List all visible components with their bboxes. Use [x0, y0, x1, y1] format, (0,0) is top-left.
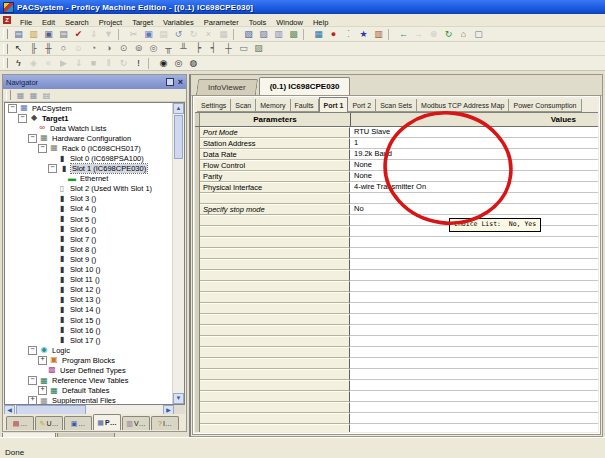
transition-coil-icon[interactable]: ⊚	[131, 42, 146, 55]
doc-tab-infoviewer[interactable]: InfoViewer	[196, 79, 258, 95]
coil-icon[interactable]: ○	[56, 42, 71, 55]
tree-item-slot-13[interactable]: ▮Slot 13 ()	[5, 295, 173, 305]
redo-icon[interactable]: ↻	[186, 28, 201, 41]
properties-icon[interactable]: ▦	[216, 28, 231, 41]
close-icon[interactable]: ×	[178, 78, 183, 87]
param-value-cell[interactable]: 19.2k Baud	[350, 149, 598, 160]
tab-memory[interactable]: Memory	[256, 99, 290, 112]
param-value-cell[interactable]: 1	[350, 138, 598, 149]
expand-toggle-icon[interactable]: −	[28, 346, 37, 355]
options-icon[interactable]: ▩	[286, 28, 301, 41]
tree-item-slot-3[interactable]: ▮Slot 3 ()	[5, 194, 173, 204]
target-comm-icon[interactable]: ▼	[101, 28, 116, 41]
horizontal-link-icon[interactable]: ┝	[191, 42, 206, 55]
run-icon[interactable]: ▶	[56, 57, 71, 70]
param-value-cell[interactable]: None	[350, 171, 598, 182]
new-project-icon[interactable]: ▤	[11, 28, 26, 41]
nav-view-options-icon[interactable]: ▤	[40, 90, 53, 101]
set-coil-icon[interactable]: ◔	[86, 42, 101, 55]
tree-item-slot-14[interactable]: ▮Slot 14 ()	[5, 305, 173, 315]
nav-hardware-filter-icon[interactable]: ▦	[14, 90, 27, 101]
download-icon[interactable]: ⇓	[71, 57, 86, 70]
nav-tab-infoview[interactable]: ?I…	[151, 416, 179, 430]
expand-toggle-icon[interactable]: −	[28, 134, 37, 143]
save-icon[interactable]: ▣	[41, 28, 56, 41]
restart-icon[interactable]: ↻	[116, 57, 131, 70]
tab-settings[interactable]: Settings	[197, 99, 231, 112]
nav-tab-utilities[interactable]: ✎U…	[35, 416, 63, 430]
param-value-cell[interactable]	[350, 325, 598, 336]
param-value-cell[interactable]	[350, 237, 598, 248]
expand-toggle-icon[interactable]: −	[18, 114, 27, 123]
float-window-icon[interactable]: ▥	[271, 28, 286, 41]
tab-port-1[interactable]: Port 1	[319, 97, 349, 112]
nav-tab-manager[interactable]: ▤…	[6, 416, 34, 430]
find-icon[interactable]: ◉	[156, 57, 171, 70]
cut-icon[interactable]: ✂	[126, 28, 141, 41]
find-next-icon[interactable]: ◍	[186, 57, 201, 70]
forward-icon[interactable]: →	[411, 28, 426, 41]
expand-toggle-icon[interactable]: −	[48, 164, 57, 173]
child-window-icon[interactable]: Z	[3, 16, 11, 24]
tab-power-consumption[interactable]: Power Consumption	[509, 99, 581, 112]
param-value-cell[interactable]: 4-wire Transmitter On	[350, 182, 598, 193]
tree-item-target1[interactable]: −◆Target1	[5, 113, 173, 123]
param-value-cell[interactable]	[350, 314, 598, 325]
tree-item-pacsystem[interactable]: −▦PACSystem	[5, 103, 173, 113]
param-value-cell[interactable]	[350, 292, 598, 303]
tree-item-slot-15[interactable]: ▮Slot 15 ()	[5, 315, 173, 325]
tree-item-default-tables[interactable]: +▦Default Tables	[5, 386, 173, 396]
nav-tab-project[interactable]: ▦P…	[93, 414, 121, 430]
doc-tab-ic698cpe030[interactable]: (0.1) IC698CPE030	[259, 77, 351, 95]
param-value-cell[interactable]	[350, 303, 598, 314]
find-in-files-icon[interactable]: ◎	[171, 57, 186, 70]
tree-item-slot-4[interactable]: ▮Slot 4 ()	[5, 204, 173, 214]
tree-item-slot-9[interactable]: ▮Slot 9 ()	[5, 254, 173, 264]
open-project-icon[interactable]: ▥	[26, 28, 41, 41]
tree-item-program-blocks[interactable]: +▣Program Blocks	[5, 355, 173, 365]
expand-toggle-icon[interactable]: +	[38, 356, 47, 365]
vertical-link-icon[interactable]: ┥	[206, 42, 221, 55]
tab-scan-sets[interactable]: Scan Sets	[376, 99, 417, 112]
pause-target-icon[interactable]: ⁚	[341, 28, 356, 41]
param-value-cell[interactable]	[350, 281, 598, 292]
pin-icon[interactable]	[166, 78, 174, 86]
new-window-icon[interactable]: ▨	[256, 28, 271, 41]
param-value-cell[interactable]	[350, 347, 598, 358]
falling-edge-icon[interactable]: ╨	[176, 42, 191, 55]
scroll-up-icon[interactable]: ▲	[173, 103, 184, 114]
stop-target-icon[interactable]: ●	[326, 28, 341, 41]
param-value-cell[interactable]	[350, 336, 598, 347]
toolbar-grip[interactable]	[3, 29, 8, 39]
tree-item-slot-10[interactable]: ▮Slot 10 ()	[5, 265, 173, 275]
tree-item-ethernet[interactable]: ▬Ethernet	[5, 174, 173, 184]
draw-tool-icon[interactable]: ▨	[251, 42, 266, 55]
expand-toggle-icon[interactable]: +	[38, 386, 47, 395]
tree-item-slot-6[interactable]: ▮Slot 6 ()	[5, 224, 173, 234]
validate-icon[interactable]: ✔	[71, 28, 86, 41]
back-icon[interactable]: ←	[396, 28, 411, 41]
negated-coil-icon[interactable]: ◌	[71, 42, 86, 55]
reset-coil-icon[interactable]: ◑	[101, 42, 116, 55]
retentive-coil-icon[interactable]: ⊙	[116, 42, 131, 55]
tab-modbus-tcp-address-map[interactable]: Modbus TCP Address Map	[417, 99, 509, 112]
web-docs-icon[interactable]: ▦	[311, 28, 326, 41]
tree-item-supplemental-files[interactable]: +▦Supplemental Files	[5, 396, 173, 404]
toolbar-grip[interactable]	[3, 58, 8, 68]
tree-item-slot-2-used-with-slot-1[interactable]: ▯Slot 2 (Used With Slot 1)	[5, 184, 173, 194]
refresh-icon[interactable]: ↻	[441, 28, 456, 41]
tree-item-slot-1-ic698cpe030[interactable]: −▮Slot 1 (IC698CPE030)	[5, 164, 173, 174]
tree-item-slot-11[interactable]: ▮Slot 11 ()	[5, 275, 173, 285]
pause-icon[interactable]: ‖	[101, 57, 116, 70]
tree-item-slot-7[interactable]: ▮Slot 7 ()	[5, 234, 173, 244]
clear-faults-icon[interactable]: !	[131, 57, 146, 70]
delete-icon[interactable]: ×	[201, 28, 216, 41]
tab-port-2[interactable]: Port 2	[348, 99, 376, 112]
tree-item-data-watch-lists[interactable]: ∞Data Watch Lists	[5, 123, 173, 133]
param-value-cell[interactable]	[350, 413, 598, 424]
tree-item-slot-17[interactable]: ▮Slot 17 ()	[5, 335, 173, 345]
favorites-icon[interactable]: ★	[356, 28, 371, 41]
param-value-cell[interactable]	[350, 424, 598, 432]
tree-item-logic[interactable]: −◉Logic	[5, 345, 173, 355]
comment-icon[interactable]: ▭	[236, 42, 251, 55]
